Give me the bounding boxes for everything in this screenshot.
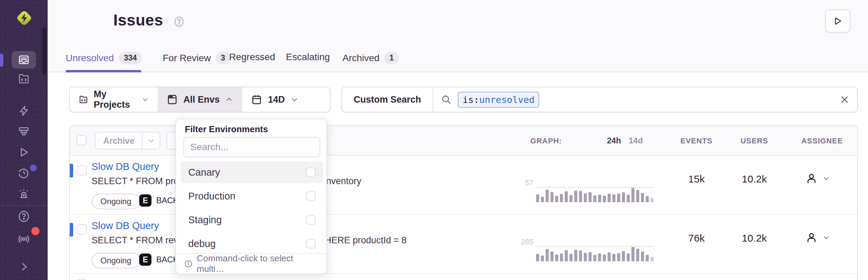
sidebar-item-alerts[interactable] — [0, 188, 48, 200]
unread-accent-bar — [70, 164, 73, 177]
archive-button-group: Archive — [95, 132, 160, 150]
tab-count-badge: 1 — [384, 52, 399, 64]
column-users: USERS — [720, 137, 788, 145]
env-checkbox[interactable] — [306, 168, 316, 177]
tour-play-button[interactable] — [825, 10, 850, 33]
sidebar-item-releases[interactable] — [0, 167, 48, 179]
chevron-down-icon — [823, 175, 830, 182]
archive-button[interactable]: Archive — [95, 132, 143, 150]
row-checkbox[interactable] — [77, 165, 87, 175]
column-assignee: ASSIGNEE — [785, 137, 859, 145]
environment-dropdown-title: Filter Environments — [185, 124, 268, 135]
assignee-selector[interactable] — [805, 231, 830, 244]
active-nav-indicator — [0, 54, 3, 67]
logo-lightning-diamond-icon — [15, 9, 33, 27]
env-option-staging[interactable]: Staging — [181, 209, 323, 231]
search-input[interactable]: is:unresolved — [433, 87, 832, 112]
title-help-button[interactable] — [173, 16, 185, 29]
tab-count-badge: 334 — [119, 52, 142, 64]
releases-notification-dot — [30, 164, 37, 171]
chevron-down-icon — [290, 95, 299, 104]
sidebar-expand-button[interactable] — [0, 261, 48, 273]
issue-title-link[interactable]: Slow DB Query — [92, 220, 159, 231]
tab-unresolved[interactable]: Unresolved 334 — [66, 52, 142, 64]
siren-icon — [17, 188, 30, 200]
stamp-icon — [17, 125, 30, 138]
env-checkbox[interactable] — [306, 215, 316, 225]
chevron-down-icon — [147, 137, 155, 144]
user-icon — [805, 172, 818, 185]
topbar: Issues Unresolved 334 For Review 3 Regre… — [48, 0, 868, 72]
graph-range-14d[interactable]: 14d — [629, 136, 643, 145]
platform-express-icon: E — [139, 253, 151, 266]
chevron-up-icon — [225, 95, 233, 104]
whats-new-alert-dot — [31, 227, 39, 235]
graph-range-24h[interactable]: 24h — [607, 136, 621, 145]
status-badge: Ongoing — [92, 194, 140, 209]
sidebar — [0, 0, 48, 280]
user-icon — [805, 231, 818, 244]
sidebar-scrollbar-thumb[interactable] — [42, 27, 46, 75]
sidebar-divider — [0, 205, 48, 206]
column-graph: GRAPH: — [530, 137, 562, 145]
window-icon — [166, 94, 178, 105]
search-icon — [441, 94, 452, 105]
tab-archived[interactable]: Archived 1 — [342, 52, 399, 64]
issue-title-link[interactable]: Slow DB Query — [92, 161, 159, 172]
sparkline-bars — [536, 188, 653, 202]
sparkline-peak-label: 285 — [521, 238, 533, 246]
history-clock-icon — [17, 167, 30, 179]
env-option-debug[interactable]: debug — [181, 233, 323, 255]
tab-escalating[interactable]: Escalating — [286, 52, 330, 63]
users-count: 10.2k — [720, 173, 788, 185]
play-icon — [833, 16, 843, 26]
users-count: 10.2k — [720, 232, 788, 244]
env-option-production[interactable]: Production — [181, 185, 323, 207]
archive-dropdown-button[interactable] — [143, 132, 160, 150]
tab-for-review[interactable]: For Review 3 — [163, 52, 230, 64]
select-all-checkbox[interactable] — [77, 135, 87, 145]
status-badge: Ongoing — [92, 253, 140, 268]
environment-dropdown: Filter Environments Canary Production St… — [175, 119, 327, 274]
issue-search-bar: Custom Search is:unresolved — [341, 87, 858, 112]
row-checkbox[interactable] — [77, 224, 87, 234]
custom-search-button[interactable]: Custom Search — [342, 87, 433, 112]
projects-icon — [79, 94, 88, 105]
active-tab-underline — [66, 70, 141, 72]
row-checkbox[interactable] — [77, 279, 87, 280]
chevron-down-icon — [142, 95, 149, 104]
sidebar-item-quickstart[interactable] — [0, 105, 48, 117]
issue-row[interactable] — [70, 274, 857, 280]
sidebar-item-help[interactable] — [0, 210, 48, 223]
env-checkbox[interactable] — [306, 191, 316, 201]
issues-icon — [18, 54, 30, 66]
sidebar-item-issues[interactable] — [12, 51, 36, 69]
page-filter-bar: My Projects All Envs 14D — [69, 87, 331, 112]
platform-express-icon: E — [139, 194, 151, 207]
app-logo[interactable] — [15, 9, 33, 29]
tab-regressed[interactable]: Regressed — [229, 52, 275, 63]
environment-search-input[interactable] — [183, 137, 320, 157]
calendar-icon — [251, 94, 262, 105]
env-option-canary[interactable]: Canary — [181, 161, 323, 183]
help-circle-icon — [173, 16, 185, 28]
events-sparkline: 285 — [536, 224, 653, 261]
env-checkbox[interactable] — [306, 239, 316, 248]
tab-count-badge: 3 — [216, 52, 230, 64]
unread-accent-bar — [70, 223, 73, 237]
sidebar-item-replays[interactable] — [0, 146, 48, 158]
info-icon — [184, 259, 193, 268]
sidebar-item-feedback[interactable] — [0, 125, 48, 138]
sidebar-item-whats-new[interactable] — [0, 232, 48, 245]
projects-icon — [18, 73, 30, 85]
project-filter-button[interactable]: My Projects — [70, 87, 158, 112]
assignee-selector[interactable] — [805, 172, 830, 185]
sidebar-item-projects[interactable] — [0, 73, 48, 85]
date-range-filter-button[interactable]: 14D — [242, 87, 330, 112]
search-clear-button[interactable] — [832, 87, 857, 112]
page-title: Issues — [113, 11, 163, 29]
search-token-is-unresolved[interactable]: is:unresolved — [458, 92, 539, 108]
environment-filter-button[interactable]: All Envs — [158, 87, 242, 112]
close-icon — [839, 94, 850, 105]
chevron-right-icon — [18, 261, 30, 273]
